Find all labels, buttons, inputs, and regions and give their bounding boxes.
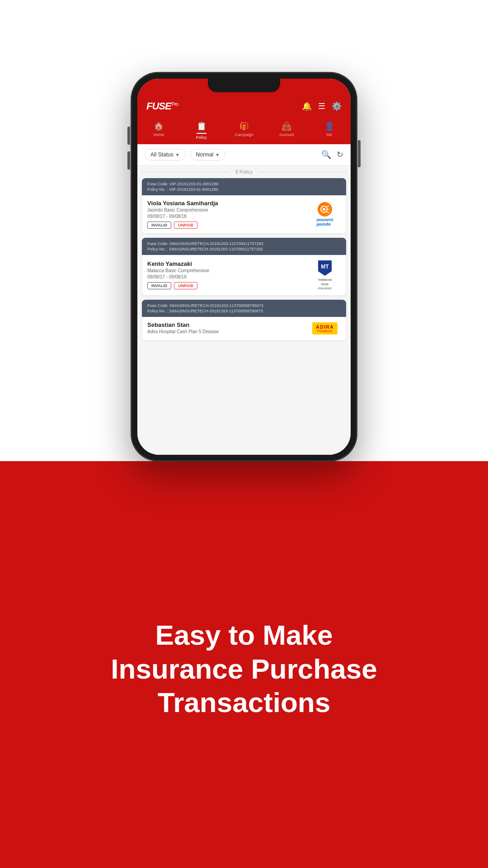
svg-text:MT: MT xyxy=(321,264,329,270)
refresh-button[interactable]: ↻ xyxy=(337,150,343,160)
holder-name-3: Sebastian Stan xyxy=(147,321,309,328)
date-range-2: 09/08/17 - 09/08/18 xyxy=(147,274,309,279)
svg-line-4 xyxy=(326,212,329,213)
nav-campaign[interactable]: 🎁 Campaign xyxy=(230,121,258,140)
top-spacer xyxy=(0,0,488,72)
policy-no-3: Policy No. : SIMASINSURETECH-20191203-11… xyxy=(147,309,341,313)
nav-account-label: Account xyxy=(279,132,294,137)
tagline: Easy to Make Insurance Purchase Transact… xyxy=(75,618,413,719)
policy-no-1: Policy No. : VIP-20191203-01-0001280 xyxy=(147,187,341,192)
nav-home[interactable]: 🏠 Home xyxy=(145,121,172,140)
card-body-2: Kento Yamazaki Malacca Basic Comprehensi… xyxy=(142,255,346,295)
phone-screen: FUSEPro 🔔 ☰ ⚙️ 🏠 Home xyxy=(137,79,351,455)
svg-point-1 xyxy=(323,208,325,211)
campaign-icon: 🎁 xyxy=(239,121,249,131)
card-header-3: Fuse Code: SIMASINSURETECH-20191203-1137… xyxy=(142,300,346,317)
insurer-logo-adira: ADIRA FINANCE xyxy=(309,322,341,335)
policy-card-3[interactable]: Fuse Code: SIMASINSURETECH-20191203-1137… xyxy=(142,300,346,340)
fuse-code-1: Fuse Code: VIP-20191203-01-0001280 xyxy=(147,182,341,186)
account-icon: 👜 xyxy=(282,121,291,131)
bottom-navigation: 🏠 Home 📋 Policy 🎁 Campaign 👜 xyxy=(137,118,351,144)
nav-home-label: Home xyxy=(153,132,164,137)
filter-actions: 🔍 ↻ xyxy=(321,150,343,160)
malacca-logo: MT malaccatrustinsurance xyxy=(317,259,333,291)
phone-frame: FUSEPro 🔔 ☰ ⚙️ 🏠 Home xyxy=(131,72,357,461)
filter-bar: All Status ▼ Normal ▼ 🔍 ↻ xyxy=(137,144,351,165)
policy-count: 8 Policy xyxy=(137,165,351,178)
type-filter-label: Normal xyxy=(196,151,214,158)
settings-icon[interactable]: ⚙️ xyxy=(332,101,342,111)
product-name-1: Jasindo Basic Comprehensive xyxy=(147,208,309,212)
screen-layout: FUSEPro 🔔 ☰ ⚙️ 🏠 Home xyxy=(137,79,351,455)
product-name-3: Adira Hospital Cash Plan 5 Disease xyxy=(147,329,309,334)
status-filter-label: All Status xyxy=(150,151,174,158)
screen-content: All Status ▼ Normal ▼ 🔍 ↻ xyxy=(137,144,351,455)
volume-down-button xyxy=(127,151,130,170)
policy-count-text: 8 Policy xyxy=(235,169,253,175)
product-name-2: Malacca Basic Comprehensive xyxy=(147,268,309,273)
date-range-1: 09/08/17 - 09/08/18 xyxy=(147,214,309,219)
bell-icon[interactable]: 🔔 xyxy=(302,101,312,111)
logo-pro: Pro xyxy=(172,101,178,107)
card-info-3: Sebastian Stan Adira Hospital Cash Plan … xyxy=(147,321,309,335)
tagline-line2: Insurance Purchase xyxy=(111,652,377,686)
nav-policy[interactable]: 📋 Policy xyxy=(188,121,215,140)
fuse-code-3: Fuse Code: SIMASINSURETECH-20191203-1137… xyxy=(147,303,341,308)
policy-card-1[interactable]: Fuse Code: VIP-20191203-01-0001280 Polic… xyxy=(142,178,346,233)
adira-logo: ADIRA FINANCE xyxy=(312,322,338,335)
nav-me[interactable]: 👤 Me xyxy=(316,121,343,140)
volume-up-button xyxy=(127,127,130,145)
fuse-code-2: Fuse Code: SIMASINSURETECH-20191203-1157… xyxy=(147,241,341,246)
power-button xyxy=(358,140,361,167)
adira-text: ADIRA xyxy=(316,324,334,330)
holder-name-1: Viola Yosiana Samihardja xyxy=(147,200,309,207)
menu-icon[interactable]: ☰ xyxy=(318,101,325,111)
svg-line-2 xyxy=(326,206,329,207)
badges-2: INVALID UNPAID xyxy=(147,282,309,289)
app-logo: FUSEPro xyxy=(146,100,178,112)
jasindo-logo: asuransijasindo xyxy=(316,202,333,226)
nav-campaign-label: Campaign xyxy=(235,132,253,137)
unpaid-badge-2: UNPAID xyxy=(174,282,197,289)
card-body-3: Sebastian Stan Adira Hospital Cash Plan … xyxy=(142,317,346,340)
invalid-badge-1: INVALID xyxy=(147,222,171,229)
policy-icon-wrap: 📋 xyxy=(197,121,206,134)
status-filter[interactable]: All Status ▼ xyxy=(145,149,186,160)
jasindo-text: asuransijasindo xyxy=(316,217,333,226)
jasindo-circle xyxy=(318,202,332,217)
unpaid-badge-1: UNPAID xyxy=(174,222,197,229)
tagline-line1: Easy to Make xyxy=(111,618,377,652)
card-info-1: Viola Yosiana Samihardja Jasindo Basic C… xyxy=(147,200,309,229)
type-filter-arrow: ▼ xyxy=(215,152,220,157)
status-filter-arrow: ▼ xyxy=(175,152,180,157)
tagline-line3: Transactions xyxy=(111,686,377,719)
policy-card-2[interactable]: Fuse Code: SIMASINSURETECH-20191203-1157… xyxy=(142,238,346,295)
policy-no-2: Policy No. : SIMASINSURETECH-20191203-11… xyxy=(147,247,341,251)
search-button[interactable]: 🔍 xyxy=(321,150,331,160)
app-header: FUSEPro 🔔 ☰ ⚙️ xyxy=(137,97,351,118)
holder-name-2: Kento Yamazaki xyxy=(147,260,309,267)
bottom-section: Easy to Make Insurance Purchase Transact… xyxy=(0,461,488,868)
card-header-2: Fuse Code: SIMASINSURETECH-20191203-1157… xyxy=(142,238,346,255)
nav-account[interactable]: 👜 Account xyxy=(273,121,300,140)
card-info-2: Kento Yamazaki Malacca Basic Comprehensi… xyxy=(147,260,309,289)
malacca-text: malaccatrustinsurance xyxy=(318,278,332,291)
insurer-logo-jasindo: asuransijasindo xyxy=(309,202,341,226)
type-filter[interactable]: Normal ▼ xyxy=(190,149,226,160)
badges-1: INVALID UNPAID xyxy=(147,222,309,229)
notch xyxy=(208,79,280,92)
home-icon: 🏠 xyxy=(154,121,164,131)
nav-policy-label: Policy xyxy=(196,135,207,140)
card-body-1: Viola Yosiana Samihardja Jasindo Basic C… xyxy=(142,195,346,233)
header-icons: 🔔 ☰ ⚙️ xyxy=(302,101,342,111)
insurer-logo-malacca: MT malaccatrustinsurance xyxy=(309,259,341,291)
me-icon: 👤 xyxy=(324,121,334,131)
nav-me-label: Me xyxy=(326,132,332,137)
policy-icon: 📋 xyxy=(197,122,206,131)
invalid-badge-2: INVALID xyxy=(147,282,171,289)
phone-wrapper: FUSEPro 🔔 ☰ ⚙️ 🏠 Home xyxy=(0,72,488,461)
adira-sub: FINANCE xyxy=(317,330,333,333)
card-header-1: Fuse Code: VIP-20191203-01-0001280 Polic… xyxy=(142,178,346,195)
logo-fuse: FUSE xyxy=(146,100,171,112)
